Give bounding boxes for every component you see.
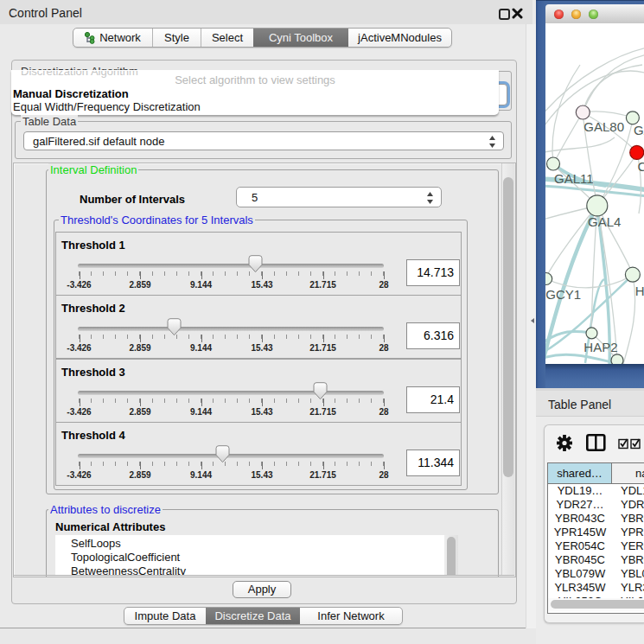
svg-text:CYB: CYB <box>638 159 644 174</box>
svg-text:GAL4: GAL4 <box>634 123 644 137</box>
svg-text:HAP2: HAP2 <box>583 340 617 354</box>
svg-text:GAL80: GAL80 <box>583 119 624 134</box>
svg-text:GAL11: GAL11 <box>554 171 594 186</box>
svg-text:GCY1: GCY1 <box>545 287 581 302</box>
svg-text:HIS: HIS <box>635 284 644 298</box>
svg-text:GAL4: GAL4 <box>588 214 621 229</box>
